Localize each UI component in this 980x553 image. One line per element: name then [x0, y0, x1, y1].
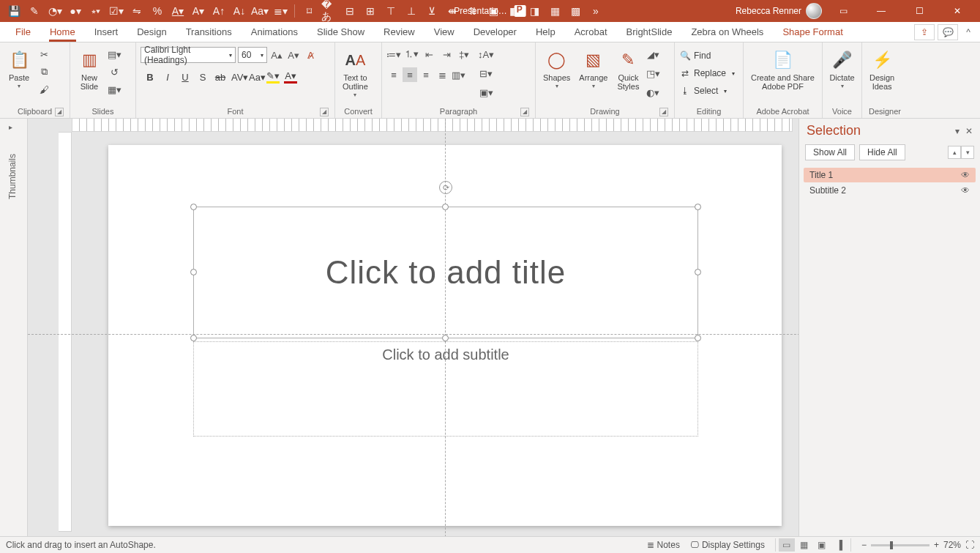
text-to-outline-button[interactable]: AA Text to Outline ▾ — [340, 47, 371, 101]
align-center-button[interactable]: ≡ — [403, 67, 417, 82]
numbering-button[interactable]: ⒈▾ — [404, 47, 419, 62]
title-placeholder-text[interactable]: Click to add title — [194, 207, 697, 338]
autosave-icon[interactable]: 💾 — [6, 3, 22, 19]
display-settings-button[interactable]: 🖵Display Settings — [690, 540, 765, 550]
create-pdf-button[interactable]: 📄Create and Share Adobe PDF — [748, 47, 818, 92]
align-left-icon[interactable]: �あ — [321, 3, 337, 19]
show-all-button[interactable]: Show All — [805, 144, 855, 160]
font-color-button[interactable]: A▾ — [284, 70, 297, 83]
qat-icon[interactable]: % — [149, 3, 165, 19]
align-top-icon[interactable]: ⊤ — [383, 3, 399, 19]
align-right-icon[interactable]: ⊞ — [362, 3, 378, 19]
grow-font-icon[interactable]: A▴ — [269, 48, 284, 62]
change-case-button[interactable]: Aa▾ — [249, 72, 262, 83]
zoom-value[interactable]: 72% — [943, 540, 961, 550]
select-button[interactable]: ⭳Select▾ — [679, 85, 735, 97]
align-center-icon[interactable]: ⊟ — [342, 3, 358, 19]
find-button[interactable]: 🔍Find — [679, 50, 735, 62]
tab-insert[interactable]: Insert — [85, 23, 128, 42]
user-name[interactable]: Rebecca Renner — [736, 6, 801, 16]
close-button[interactable]: ✕ — [940, 0, 974, 22]
tab-acrobat[interactable]: Acrobat — [565, 23, 617, 42]
visibility-toggle-icon[interactable]: 👁 — [961, 185, 970, 196]
qat-icon[interactable]: ●▾ — [67, 3, 83, 19]
horizontal-ruler[interactable] — [72, 119, 793, 132]
section-icon[interactable]: ▦▾ — [107, 82, 121, 97]
format-painter-icon[interactable]: 🖌 — [37, 82, 51, 97]
flip-horizontal-icon[interactable]: ⇋ — [129, 3, 145, 19]
dialog-launcher-icon[interactable]: ◢ — [55, 108, 64, 116]
replace-button[interactable]: ⇄Replace▾ — [679, 67, 735, 79]
text-direction-button[interactable]: ↕A▾ — [479, 47, 493, 62]
bold-button[interactable]: B — [143, 72, 157, 83]
hide-all-button[interactable]: Hide All — [859, 144, 905, 160]
tab-animations[interactable]: Animations — [242, 23, 307, 42]
move-down-button[interactable]: ▾ — [961, 146, 974, 159]
tab-file[interactable]: File — [6, 23, 40, 42]
font-name-combo[interactable]: Calibri Light (Headings)▾ — [141, 47, 236, 63]
zoom-out-button[interactable]: − — [861, 540, 867, 550]
dialog-launcher-icon[interactable]: ◢ — [320, 108, 329, 116]
move-up-button[interactable]: ▴ — [948, 146, 961, 159]
layout-icon[interactable]: ▤▾ — [107, 47, 121, 62]
normal-view-button[interactable]: ▭ — [779, 538, 795, 552]
align-right-button[interactable]: ≡ — [419, 67, 433, 82]
font-color-icon[interactable]: A▾ — [170, 3, 186, 19]
decrease-indent-button[interactable]: ⇤ — [422, 47, 436, 62]
qat-icon[interactable]: ☑▾ — [108, 3, 124, 19]
title-placeholder[interactable]: ⟳ Click to add title — [193, 207, 698, 338]
vertical-ruler[interactable] — [59, 132, 72, 532]
zoom-slider[interactable] — [871, 544, 929, 546]
zoom-in-button[interactable]: + — [934, 540, 939, 550]
minimize-button[interactable]: — — [864, 0, 898, 22]
qat-icon[interactable]: ⭒▾ — [88, 3, 104, 19]
bullets-button[interactable]: ≔▾ — [386, 47, 401, 62]
qat-icon[interactable]: ◔▾ — [47, 3, 63, 19]
shape-fill-button[interactable]: ◢▾ — [646, 47, 660, 62]
increase-font-icon[interactable]: A↑ — [211, 3, 227, 19]
align-text-button[interactable]: ⊟▾ — [479, 66, 493, 81]
tab-brightslide[interactable]: BrightSlide — [617, 23, 682, 42]
dialog-launcher-icon[interactable]: ◢ — [659, 108, 668, 116]
selection-item[interactable]: Title 1 👁 — [804, 168, 976, 182]
rotation-handle[interactable]: ⟳ — [439, 181, 452, 194]
justify-button[interactable]: ≣ — [435, 67, 449, 82]
close-pane-icon[interactable]: ✕ — [965, 126, 973, 136]
dictate-button[interactable]: 🎤Dictate▾ — [827, 47, 857, 92]
tab-transitions[interactable]: Transitions — [176, 23, 242, 42]
new-slide-button[interactable]: ▥ New Slide — [75, 47, 104, 92]
ribbon-display-options-icon[interactable]: ▭ — [826, 0, 860, 22]
character-spacing-button[interactable]: AV▾ — [231, 72, 244, 83]
qat-icon[interactable]: A▾ — [190, 3, 206, 19]
change-case-icon[interactable]: Aa▾ — [252, 3, 268, 19]
copy-icon[interactable]: ⧉ — [37, 64, 51, 79]
italic-button[interactable]: I — [161, 72, 174, 83]
tab-shape-format[interactable]: Shape Format — [773, 23, 852, 42]
highlight-button[interactable]: ✎▾ — [266, 70, 280, 83]
pane-options-icon[interactable]: ▾ — [955, 126, 960, 136]
shapes-button[interactable]: ◯Shapes▾ — [540, 47, 573, 92]
strikethrough-button[interactable]: ab — [214, 72, 227, 83]
cut-icon[interactable]: ✂ — [37, 47, 51, 62]
font-size-combo[interactable]: 60▾ — [238, 47, 267, 63]
chevron-right-icon[interactable]: ▸ — [9, 123, 12, 131]
shadow-button[interactable]: S — [196, 72, 209, 83]
reading-view-button[interactable]: ▣ — [814, 538, 830, 552]
subtitle-placeholder[interactable]: Click to add subtitle — [193, 341, 698, 437]
collapse-ribbon-button[interactable]: ^ — [961, 27, 976, 37]
quick-styles-button[interactable]: ✎Quick Styles — [613, 47, 643, 92]
tab-zebra[interactable]: Zebra on Wheels — [681, 23, 773, 42]
fit-to-window-button[interactable]: ⛶ — [965, 540, 974, 550]
share-button[interactable]: ⇪ — [914, 24, 935, 40]
slide-editor[interactable]: ⟳ Click to add title Click to add subtit… — [28, 119, 798, 536]
notes-button[interactable]: ≣Notes — [647, 540, 680, 550]
reset-icon[interactable]: ↺ — [107, 64, 121, 79]
tab-home[interactable]: Home — [40, 23, 85, 42]
slideshow-button[interactable]: ▐ — [831, 538, 848, 552]
zoom-control[interactable]: − + 72% ⛶ — [861, 540, 974, 550]
tab-review[interactable]: Review — [374, 23, 424, 42]
tab-developer[interactable]: Developer — [464, 23, 526, 42]
qat-icon[interactable]: ✎ — [26, 3, 42, 19]
visibility-toggle-icon[interactable]: 👁 — [961, 170, 970, 180]
user-avatar[interactable] — [806, 3, 822, 19]
